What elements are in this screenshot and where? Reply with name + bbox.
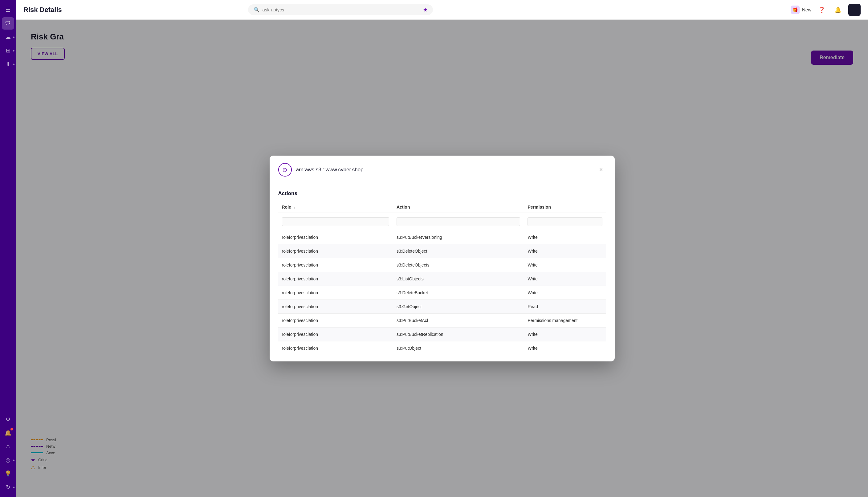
- chevron-right-icon: ▶: [13, 36, 15, 39]
- resource-icon: ⊙: [278, 163, 292, 176]
- table-row: roleforprivesclations3:PutObjectWrite: [278, 341, 606, 355]
- close-button[interactable]: ×: [596, 165, 606, 175]
- chevron-right-icon: ▶: [13, 63, 15, 66]
- sidebar-item-layout[interactable]: ⊞ ▶: [2, 44, 14, 57]
- cell-action: s3:PutObject: [393, 341, 524, 355]
- table-body: roleforprivesclations3:PutBucketVersioni…: [278, 230, 606, 355]
- table-row: roleforprivesclations3:PutBucketAclPermi…: [278, 313, 606, 327]
- sidebar-item-menu[interactable]: ☰: [2, 4, 14, 16]
- cell-action: s3:PutBucketReplication: [393, 327, 524, 341]
- refresh-icon: ↻: [6, 484, 11, 491]
- modal: ⊙ arn:aws:s3:::www.cyber.shop × Actions …: [270, 156, 615, 361]
- menu-icon: ☰: [5, 6, 11, 13]
- table-row: roleforprivesclations3:DeleteObjectsWrit…: [278, 258, 606, 272]
- column-header-permission: Permission: [524, 201, 606, 213]
- search-bar[interactable]: 🔍 ★: [248, 4, 433, 15]
- chevron-right-icon: ▶: [13, 486, 15, 489]
- download-icon: ⬇: [6, 61, 11, 68]
- uptycs-logo-icon: ★: [423, 8, 427, 12]
- target-icon: ◎: [5, 457, 11, 464]
- sidebar-item-gear[interactable]: ⚙: [2, 413, 14, 426]
- actions-heading: Actions: [278, 190, 606, 197]
- modal-overlay: ⊙ arn:aws:s3:::www.cyber.shop × Actions …: [16, 20, 868, 497]
- cell-permission: Write: [524, 272, 606, 286]
- bell-icon: 🔔: [5, 429, 11, 436]
- cell-action: s3:DeleteObject: [393, 244, 524, 258]
- gift-icon: 🎁: [791, 5, 800, 14]
- modal-title: arn:aws:s3:::www.cyber.shop: [296, 167, 364, 173]
- actions-table: Role ↑ Action Permission: [278, 201, 606, 355]
- notifications-button[interactable]: 🔔: [832, 4, 843, 15]
- cell-permission: Write: [524, 230, 606, 244]
- permission-filter-cell: [524, 213, 606, 230]
- topbar: Risk Details 🔍 ★ 🎁 New ❓ 🔔: [16, 0, 868, 20]
- cell-role: roleforprivesclation: [278, 341, 393, 355]
- table-row: roleforprivesclations3:DeleteBucketWrite: [278, 286, 606, 299]
- table-row: roleforprivesclations3:GetObjectRead: [278, 299, 606, 313]
- search-icon: 🔍: [254, 7, 260, 13]
- column-header-role: Role ↑: [278, 201, 393, 213]
- table-header-row: Role ↑ Action Permission: [278, 201, 606, 213]
- table-row: roleforprivesclations3:PutBucketVersioni…: [278, 230, 606, 244]
- table-row: roleforprivesclations3:DeleteObjectWrite: [278, 244, 606, 258]
- sidebar-item-cloud[interactable]: ☁ ▶: [2, 31, 14, 43]
- help-icon: ❓: [819, 6, 825, 13]
- cell-permission: Write: [524, 244, 606, 258]
- layout-icon: ⊞: [6, 47, 11, 54]
- column-header-action: Action: [393, 201, 524, 213]
- cell-role: roleforprivesclation: [278, 313, 393, 327]
- cell-role: roleforprivesclation: [278, 258, 393, 272]
- gear-icon: ⚙: [5, 416, 11, 423]
- bell-icon: 🔔: [835, 6, 841, 13]
- s3-icon: ⊙: [282, 166, 287, 173]
- modal-header: ⊙ arn:aws:s3:::www.cyber.shop ×: [270, 156, 615, 184]
- cell-role: roleforprivesclation: [278, 272, 393, 286]
- cell-role: roleforprivesclation: [278, 299, 393, 313]
- chevron-right-icon: ▶: [13, 49, 15, 52]
- cell-action: s3:DeleteBucket: [393, 286, 524, 299]
- filter-row: [278, 213, 606, 230]
- cell-role: roleforprivesclation: [278, 230, 393, 244]
- sidebar-item-alert[interactable]: ⚠: [2, 440, 14, 453]
- sidebar-item-target[interactable]: ◎ ▶: [2, 454, 14, 466]
- cell-permission: Write: [524, 286, 606, 299]
- cell-role: roleforprivesclation: [278, 327, 393, 341]
- help-button[interactable]: ❓: [816, 4, 827, 15]
- new-button[interactable]: 🎁 New: [791, 5, 811, 14]
- alert-icon: ⚠: [5, 443, 11, 450]
- cell-permission: Read: [524, 299, 606, 313]
- modal-body: Actions Role ↑ Action Permi: [270, 184, 615, 361]
- cell-action: s3:ListObjects: [393, 272, 524, 286]
- avatar[interactable]: [848, 4, 860, 16]
- cell-permission: Write: [524, 258, 606, 272]
- table-row: roleforprivesclations3:ListObjectsWrite: [278, 272, 606, 286]
- search-input[interactable]: [262, 7, 421, 12]
- cell-role: roleforprivesclation: [278, 286, 393, 299]
- sort-icon[interactable]: ↑: [294, 206, 295, 209]
- cell-action: s3:DeleteObjects: [393, 258, 524, 272]
- sidebar-item-refresh[interactable]: ↻ ▶: [2, 481, 14, 493]
- sidebar-item-bell[interactable]: 🔔: [2, 427, 14, 439]
- action-filter-cell: [393, 213, 524, 230]
- sidebar-item-idea[interactable]: 💡: [2, 467, 14, 480]
- cell-action: s3:PutBucketVersioning: [393, 230, 524, 244]
- permission-filter-input[interactable]: [527, 217, 602, 226]
- main-content: Risk Graph VIEW ALL Remediate Possi Netw…: [16, 20, 868, 497]
- role-filter-cell: [278, 213, 393, 230]
- shield-icon: 🛡: [5, 20, 11, 27]
- notification-badge: [11, 428, 13, 430]
- cell-action: s3:GetObject: [393, 299, 524, 313]
- topbar-actions: 🎁 New ❓ 🔔: [791, 4, 860, 16]
- role-filter-input[interactable]: [282, 217, 389, 226]
- action-filter-input[interactable]: [397, 217, 521, 226]
- page-title: Risk Details: [24, 6, 62, 14]
- sidebar-item-shield[interactable]: 🛡: [2, 17, 14, 30]
- sidebar: ☰ 🛡 ☁ ▶ ⊞ ▶ ⬇ ▶ ⚙ 🔔 ⚠ ◎ ▶ 💡 ↻ ▶: [0, 0, 16, 497]
- chevron-right-icon: ▶: [13, 459, 15, 462]
- cell-permission: Write: [524, 327, 606, 341]
- cell-role: roleforprivesclation: [278, 244, 393, 258]
- sidebar-item-download[interactable]: ⬇ ▶: [2, 58, 14, 70]
- table-row: roleforprivesclations3:PutBucketReplicat…: [278, 327, 606, 341]
- new-label: New: [802, 7, 811, 12]
- cell-permission: Permissions management: [524, 313, 606, 327]
